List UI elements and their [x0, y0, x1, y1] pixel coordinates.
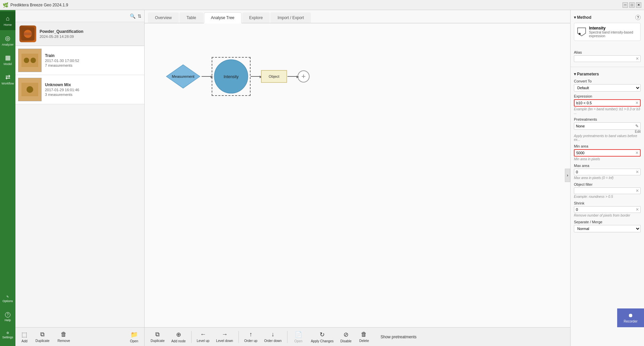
level-up-button[interactable]: ← Level up [194, 330, 212, 344]
list-item-train[interactable]: Train 2017-01-30 17:00:52 7 measurements [15, 46, 144, 75]
sidebar-item-analyzer[interactable]: ◎ Analyzer [0, 31, 15, 50]
maximize-button[interactable]: □ [629, 2, 635, 8]
panel-list: 🔍 ⇅ Powder_Quantification 2024-05-28 14:… [15, 10, 145, 346]
method-help-button[interactable]: ? [635, 15, 641, 20]
list-item-powder-quantification[interactable]: Powder_Quantification 2024-05-28 14:28:0… [15, 22, 144, 46]
add-label: Add [21, 339, 28, 343]
method-info: Intensity Spectral band intensity-based … [589, 26, 638, 38]
max-area-input-row: ✕ [574, 169, 641, 175]
sidebar: ⌂ Home ◎ Analyzer ▦ Model ⇄ Workflow ✎ O… [0, 10, 15, 346]
disable-icon: ⊘ [343, 331, 348, 338]
max-area-clear-button[interactable]: ✕ [634, 169, 640, 175]
delete-button[interactable]: 🗑 Delete [356, 330, 372, 344]
order-down-button[interactable]: ↓ Order down [261, 330, 284, 344]
intensity-node[interactable]: Intensity [212, 57, 251, 96]
separate-merge-select[interactable]: Normal [574, 225, 641, 232]
canvas-toolbar: ⧉ Duplicate ⊕ Add node ← Level up → Leve… [145, 327, 570, 346]
pretreatments-edit-button[interactable]: ✎ [635, 124, 639, 128]
alias-input[interactable] [574, 56, 634, 62]
expression-hint: Example (bn = band number): b1 > 0.3 or … [574, 107, 641, 115]
svg-rect-2 [24, 33, 32, 35]
apply-changes-label: Apply Changes [311, 339, 334, 343]
separator-2 [238, 331, 239, 343]
recorder-icon: ⏺ [628, 312, 633, 319]
train-thumb [18, 49, 42, 72]
list-item-unknown-mix[interactable]: Unknown Mix 2017-01-29 16:01:46 3 measur… [15, 75, 144, 104]
sidebar-item-home[interactable]: ⌂ Home [0, 11, 15, 30]
pretreatments-value: None [576, 124, 635, 128]
canvas-duplicate-button[interactable]: ⧉ Duplicate [148, 330, 167, 344]
tab-overview-label: Overview [155, 15, 172, 20]
right-panel-collapse-btn[interactable]: › [565, 169, 570, 182]
tabs: Overview Table Analyse Tree Explore Impo… [145, 10, 570, 23]
shrink-input[interactable] [574, 207, 634, 213]
titlebar-controls[interactable]: ─ □ ✕ [623, 2, 641, 8]
sidebar-item-label-model: Model [4, 62, 12, 66]
object-filter-clear-button[interactable]: ✕ [634, 188, 640, 194]
minimize-button[interactable]: ─ [623, 2, 628, 8]
show-pretreatments-label: Show pretreatments [380, 335, 416, 339]
level-up-label: Level up [197, 339, 210, 343]
canvas[interactable]: Measurement ▶ Intensity ▶ [145, 23, 570, 327]
recorder-button[interactable]: ⏺ Recorder [617, 308, 644, 327]
alias-section: Alias ✕ [571, 46, 644, 64]
expression-input[interactable] [575, 100, 634, 106]
disable-button[interactable]: ⊘ Disable [337, 330, 354, 344]
sidebar-item-workflow[interactable]: ⇄ Workflow [0, 70, 15, 89]
powder-quantification-name: Powder_Quantification [40, 29, 84, 34]
home-icon: ⌂ [6, 15, 10, 22]
app-icon: 🌿 [3, 2, 8, 8]
object-node[interactable]: Object [261, 70, 287, 83]
svg-point-14 [579, 33, 581, 35]
svg-point-9 [26, 86, 33, 93]
sort-button[interactable]: ⇅ [138, 13, 142, 19]
add-button[interactable]: ⬚ Add [19, 330, 30, 344]
canvas-open-button[interactable]: 📄 Open [290, 330, 307, 344]
order-up-button[interactable]: ↑ Order up [241, 330, 260, 344]
settings-icon: ⚙ [6, 331, 9, 335]
alias-label: Alias [574, 50, 641, 54]
object-filter-input[interactable] [574, 188, 634, 194]
level-down-button[interactable]: → Level down [213, 330, 236, 344]
tab-import-export[interactable]: Import / Export [270, 12, 311, 23]
tab-explore[interactable]: Explore [242, 12, 270, 23]
panel-list-toolbar: 🔍 ⇅ [15, 10, 144, 22]
convert-to-select[interactable]: Default [574, 84, 641, 92]
tab-table[interactable]: Table [179, 12, 203, 23]
min-area-input[interactable] [575, 150, 634, 156]
expression-clear-button[interactable]: ✕ [634, 100, 640, 106]
duplicate-button[interactable]: ⧉ Duplicate [33, 330, 52, 344]
order-down-icon: ↓ [271, 331, 274, 338]
pretreatments-row: None ✎ [574, 122, 641, 130]
arrow-2: ▶ [251, 76, 261, 77]
shrink-clear-button[interactable]: ✕ [634, 207, 640, 213]
parameters-title: ▾ Parameters [574, 72, 599, 76]
order-up-icon: ↑ [249, 331, 252, 338]
sidebar-item-settings[interactable]: ⚙ Settings [0, 327, 15, 343]
tab-analyse-tree[interactable]: Analyse Tree [204, 12, 241, 23]
disable-label: Disable [340, 339, 352, 343]
method-section-toggle[interactable]: ▾ Method [574, 15, 591, 20]
canvas-add-node-button[interactable]: ⊕ Add node [169, 330, 189, 344]
min-area-clear-button[interactable]: ✕ [634, 150, 640, 156]
close-button[interactable]: ✕ [636, 2, 641, 8]
method-desc: Spectral band intensity-based expression [589, 31, 638, 38]
powder-quantification-info: Powder_Quantification 2024-05-28 14:28:0… [40, 29, 84, 39]
delete-icon: 🗑 [361, 331, 367, 338]
alias-clear-button[interactable]: ✕ [634, 56, 640, 62]
pretreatments-edit-text-button[interactable]: Edit [635, 130, 641, 133]
tab-overview[interactable]: Overview [148, 12, 179, 23]
sidebar-bottom: ✎ Options ? Help ⚙ Settings [0, 290, 15, 346]
measurement-node[interactable]: Measurement [165, 63, 202, 90]
open-button[interactable]: 📁 Open [127, 330, 141, 344]
search-button[interactable]: 🔍 [130, 13, 136, 19]
add-node-button[interactable]: + [298, 70, 310, 82]
sidebar-item-model[interactable]: ▦ Model [0, 50, 15, 69]
max-area-input[interactable] [574, 169, 634, 175]
alias-input-row: ✕ [574, 55, 641, 62]
sidebar-item-help[interactable]: ? Help [0, 308, 15, 325]
sidebar-item-options[interactable]: ✎ Options [0, 290, 15, 307]
analyzer-icon: ◎ [5, 35, 10, 42]
apply-changes-button[interactable]: ↻ Apply Changes [308, 330, 336, 344]
remove-button[interactable]: 🗑 Remove [55, 330, 73, 344]
